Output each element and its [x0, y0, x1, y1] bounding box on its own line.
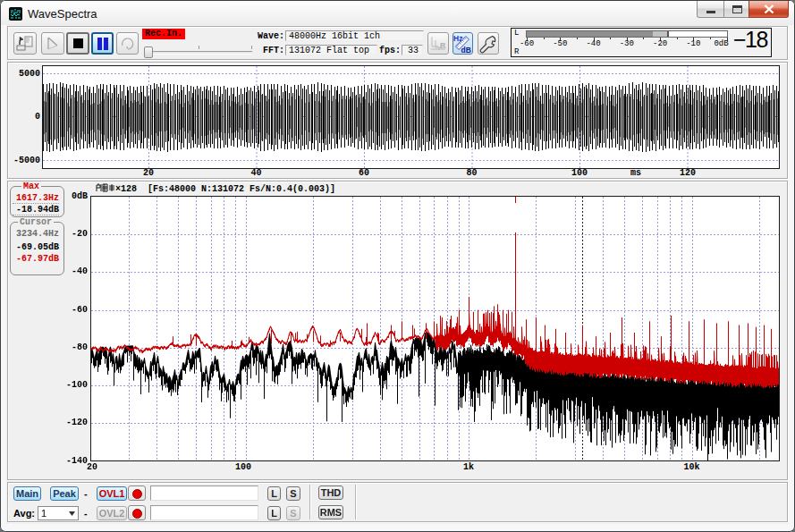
svg-text:R: R [440, 41, 446, 50]
svg-text:dB: dB [461, 46, 471, 55]
